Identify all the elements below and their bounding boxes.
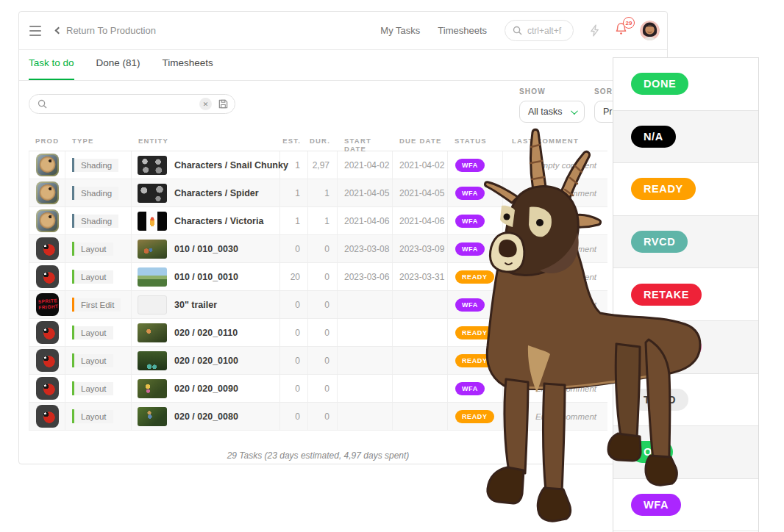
tasks-summary: 29 Tasks (23 days estimated, 4,97 days s… (29, 450, 607, 461)
col-dur: DUR. (308, 137, 338, 153)
notifications-bell[interactable]: 29 (614, 22, 628, 39)
status-badge[interactable]: READY (455, 270, 494, 284)
estimation-value: 0 (280, 347, 308, 374)
start-date: 2023-03-06 (338, 263, 393, 290)
tasks-table: PROD TYPE ENTITY EST. DUR. START DATE DU… (29, 137, 607, 431)
task-type-label: Shading (74, 159, 118, 172)
status-option[interactable]: TODO (613, 374, 758, 427)
tab-done[interactable]: Done (81) (96, 57, 140, 80)
entity-name: Characters / Spider (174, 188, 259, 198)
status-option[interactable] (613, 321, 758, 374)
task-type-label: Layout (74, 410, 113, 423)
status-badge[interactable]: WFA (455, 159, 485, 172)
top-navbar: Return To Production My Tasks Timesheets… (19, 12, 667, 50)
save-filter-icon[interactable] (218, 98, 229, 109)
status-badge[interactable]: WFA (455, 215, 485, 228)
start-date: 2023-03-08 (338, 235, 393, 262)
nav-my-tasks[interactable]: My Tasks (380, 25, 420, 36)
production-thumbnail (36, 181, 59, 204)
production-thumbnail (36, 377, 59, 400)
start-date (338, 347, 393, 374)
entity-thumbnail (138, 351, 167, 370)
duration-value: 2,97 (308, 151, 338, 179)
table-row[interactable]: Layout 020 / 020_0100 0 0 READY Empty co… (29, 347, 607, 375)
production-thumbnail (36, 349, 59, 372)
status-option[interactable]: N/A (613, 111, 758, 164)
status-option[interactable]: WFA (613, 479, 758, 532)
task-type-label: Layout (74, 382, 113, 395)
chevron-left-icon (55, 27, 63, 35)
status-badge[interactable]: WFA (455, 382, 485, 395)
production-thumbnail (36, 265, 59, 288)
table-row[interactable]: Layout 020 / 020_0090 0 0 WFA Empty comm… (29, 375, 607, 403)
due-date: 2021-04-02 (393, 151, 448, 179)
main-card: Return To Production My Tasks Timesheets… (18, 11, 668, 464)
table-row[interactable]: Shading Characters / Spider 1 1 2021-04-… (29, 179, 607, 207)
due-date (393, 319, 448, 346)
task-type-label: Shading (74, 215, 118, 228)
status-option[interactable]: RVCD (613, 216, 758, 269)
status-badge[interactable]: READY (455, 326, 494, 339)
table-row[interactable]: Layout 020 / 020_0080 0 0 READY Empty co… (29, 403, 607, 431)
table-row[interactable]: First Edit 30" trailer 0 0 WFA Empty com… (29, 291, 607, 319)
status-option[interactable]: DONE (613, 58, 758, 111)
tab-timesheets[interactable]: Timesheets (163, 57, 213, 80)
search-icon (38, 99, 47, 109)
due-date (393, 347, 448, 374)
table-row[interactable]: Layout 010 / 010_0030 0 0 2023-03-08 202… (29, 235, 607, 263)
last-comment: Empty comment (503, 207, 607, 234)
entity-thumbnail (138, 184, 167, 203)
table-row[interactable]: Shading Characters / Victoria 1 1 2021-0… (29, 207, 607, 235)
task-rows: Shading Characters / Snail Chunky 1 2,97… (29, 151, 607, 431)
table-row[interactable]: Layout 020 / 020_0110 0 0 READY Empty co… (29, 319, 607, 347)
estimation-value: 0 (280, 291, 308, 318)
show-filter-select[interactable]: All tasks (519, 101, 585, 123)
flash-icon[interactable] (588, 24, 601, 37)
status-badge[interactable]: WFA (455, 187, 485, 200)
col-status: STATUS (448, 137, 503, 153)
search-icon (513, 26, 522, 35)
global-search-box[interactable]: ctrl+alt+f (505, 20, 574, 41)
production-thumbnail (36, 209, 59, 232)
clear-search-icon[interactable]: ✕ (199, 98, 212, 110)
production-thumbnail (36, 154, 59, 176)
last-comment: Empty comment (503, 235, 607, 262)
user-avatar[interactable] (640, 21, 660, 40)
status-badge[interactable]: READY (455, 410, 494, 423)
chevron-down-icon (571, 107, 578, 115)
view-tabs: Task to do Done (81) Timesheets (19, 57, 667, 81)
due-date: 2021-04-06 (393, 207, 448, 234)
status-option-pill: OK (631, 441, 673, 463)
entity-thumbnail (138, 379, 167, 398)
menu-icon[interactable] (29, 26, 41, 36)
back-to-production-link[interactable]: Return To Production (56, 25, 156, 36)
entity-name: 010 / 010_0010 (174, 272, 238, 282)
status-option[interactable]: READY (613, 163, 758, 216)
production-thumbnail (36, 321, 59, 344)
entity-name: 020 / 020_0080 (174, 411, 238, 422)
col-start-date: START DATE (338, 137, 393, 153)
table-row[interactable]: Shading Characters / Snail Chunky 1 2,97… (29, 151, 607, 179)
due-date (393, 375, 448, 402)
status-badge[interactable]: WFA (455, 298, 485, 312)
start-date (338, 291, 393, 318)
last-comment: Empty comment (503, 319, 607, 346)
tab-task-to-do[interactable]: Task to do (29, 57, 74, 80)
status-option[interactable]: RETAKE (613, 268, 758, 321)
show-filter-label: SHOW (519, 87, 585, 96)
status-badge[interactable]: WFA (455, 242, 485, 256)
col-due-date: DUE DATE (393, 137, 448, 153)
estimation-value: 1 (280, 151, 308, 179)
status-badge[interactable]: READY (455, 354, 494, 367)
estimation-value: 0 (280, 319, 308, 346)
task-search-input[interactable] (53, 99, 193, 109)
status-option[interactable]: OK (613, 426, 758, 479)
start-date: 2021-04-06 (338, 207, 393, 234)
task-type-label: Layout (74, 242, 113, 256)
table-row[interactable]: Layout 010 / 010_0010 20 0 2023-03-06 20… (29, 263, 607, 291)
start-date (338, 375, 393, 402)
estimation-value: 0 (280, 403, 308, 430)
nav-timesheets[interactable]: Timesheets (438, 25, 487, 36)
status-option-pill: TODO (631, 389, 688, 411)
last-comment: Empty comment (503, 263, 607, 290)
